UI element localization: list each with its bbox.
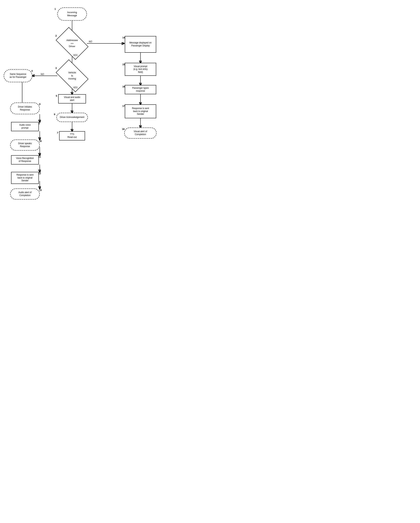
label-11: 11 — [38, 155, 41, 158]
yes-label-3: YES — [73, 86, 77, 89]
label-17: 17 — [122, 105, 125, 107]
node-3: VehicleIsmoving — [58, 66, 86, 85]
label-9: 9 — [38, 122, 40, 125]
node-18: Visual alert of Completion — [124, 128, 156, 139]
node-2-text: Addressee==Driver — [66, 39, 78, 48]
label-14: 14 — [122, 36, 125, 39]
node-13: Audio alert of Completion — [10, 188, 40, 200]
label-5: 5 — [56, 95, 57, 97]
node-1: Incoming Message — [57, 7, 87, 21]
label-16: 16 — [122, 85, 125, 88]
label-18: 18 — [122, 128, 124, 131]
label-7: 7 — [57, 131, 58, 134]
label-3: 3 — [56, 67, 57, 69]
node-7: TTS Read-out — [59, 131, 85, 140]
label-8: 8 — [39, 103, 41, 106]
label-1: 1 — [55, 8, 56, 10]
label-2: 2 — [56, 34, 57, 37]
label-10: 10 — [39, 140, 41, 142]
node-5: Visual and audio alert — [58, 94, 86, 104]
no-label-2: NO — [89, 40, 92, 43]
node-2: Addressee==Driver — [58, 34, 86, 53]
label-4: 4 — [32, 70, 33, 72]
node-8: Driver initiates Response — [10, 103, 40, 114]
label-13: 13 — [39, 189, 41, 191]
node-12: Response is sent back to original Sender — [11, 172, 39, 184]
node-9: Audio voice prompt — [11, 122, 39, 131]
node-15: Visual prompt (e.g. text entry field) — [125, 63, 156, 76]
node-4: Same Sequence as for Passenger — [4, 69, 32, 82]
node-3-text: VehicleIsmoving — [68, 71, 76, 81]
no-label-3: NO — [41, 73, 44, 76]
label-6: 6 — [54, 113, 55, 116]
node-10: Driver speaks Response — [10, 139, 40, 151]
node-6: Driver Acknowledgement — [56, 113, 88, 122]
label-15: 15 — [122, 63, 125, 66]
node-11: Voice Recognition of Response — [11, 155, 39, 164]
node-17: Response is sent back to original Sender — [125, 104, 156, 118]
node-14: Message displayed on Passenger Display — [125, 36, 156, 53]
flowchart: Incoming Message 1 Addressee==Driver 2 N… — [0, 0, 166, 203]
node-16: Passenger types response — [125, 85, 156, 94]
yes-label-2: YES — [73, 54, 77, 57]
label-12: 12 — [38, 172, 41, 175]
